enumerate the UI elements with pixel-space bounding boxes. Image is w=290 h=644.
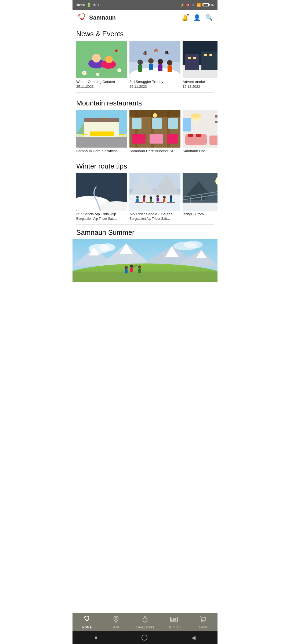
news-image-1: ✦ xyxy=(76,41,127,78)
news-label-3: Advent marke xyxy=(183,79,218,84)
svg-point-53 xyxy=(153,113,157,118)
restaurant-card-1[interactable]: Samnaun Dorf: alpskitche… xyxy=(76,110,127,153)
svg-rect-41 xyxy=(90,131,114,136)
svg-point-121 xyxy=(138,265,141,269)
winter-route-tips-title: Winter route tips xyxy=(73,162,218,173)
route-image-3 xyxy=(183,173,218,211)
svg-point-126 xyxy=(184,241,203,248)
svg-rect-87 xyxy=(135,202,143,203)
svg-text:🎩: 🎩 xyxy=(143,51,148,55)
more-icon: ··· xyxy=(101,3,104,7)
restaurant-card-2[interactable]: Samnaun Dorf: Bündner St… xyxy=(129,110,180,153)
svg-point-79 xyxy=(150,196,152,199)
samnaun-logo-icon xyxy=(77,13,87,23)
svg-rect-82 xyxy=(157,198,159,202)
svg-rect-31 xyxy=(188,57,191,59)
close-icon: ✕ xyxy=(192,3,195,7)
svg-rect-78 xyxy=(143,198,145,202)
mountain-restaurants-row: Samnaun Dorf: alpskitche… xyxy=(73,110,218,153)
svg-point-118 xyxy=(130,265,133,268)
route-label-3: Ischgl - From xyxy=(183,212,218,217)
svg-point-2 xyxy=(83,72,85,74)
news-card-2[interactable]: 🎩 🍂 🎩 3rd Smuggler Trophy 25.11.2023 xyxy=(129,41,180,89)
app-name: Samnaun xyxy=(89,14,116,21)
route-sub-1: Bergstation Alp Trider Satt… xyxy=(76,217,127,221)
bluetooth-icon: ⚡ xyxy=(180,3,184,7)
status-bar: 10:50 🔋 ⚠ ♪ ··· ⚡ 🔇 ✕ 📶 16 xyxy=(73,0,218,10)
samnaun-summer-image[interactable] xyxy=(73,239,218,282)
svg-rect-33 xyxy=(204,54,207,56)
svg-point-4 xyxy=(118,69,120,71)
svg-rect-88 xyxy=(146,202,154,203)
svg-rect-62 xyxy=(215,121,218,123)
svg-text:🍂: 🍂 xyxy=(154,48,158,53)
news-card-1[interactable]: ✦ Winter Opening Concert 25.11.2023 xyxy=(76,41,127,89)
svg-rect-84 xyxy=(163,199,165,202)
news-events-title: News & Events xyxy=(73,30,218,41)
restaurant-label-3: Samnaun Dor xyxy=(183,149,218,153)
header-icons: 🔔 👤 🔍 xyxy=(181,14,213,21)
svg-rect-32 xyxy=(193,57,196,59)
svg-rect-18 xyxy=(149,64,153,70)
svg-point-85 xyxy=(170,195,172,198)
svg-rect-50 xyxy=(132,118,142,129)
music-icon: ♪ xyxy=(97,3,99,7)
svg-rect-119 xyxy=(130,268,133,272)
svg-point-83 xyxy=(163,196,166,199)
svg-rect-42 xyxy=(76,137,127,148)
svg-rect-66 xyxy=(196,134,201,137)
svg-text:✦: ✦ xyxy=(114,48,118,54)
news-image-2: 🎩 🍂 🎩 xyxy=(129,41,180,78)
winter-route-tips-row: 357 Senda Alp Trida–Alp … Bergstation Al… xyxy=(73,173,218,221)
svg-point-17 xyxy=(148,58,154,64)
main-content: News & Events xyxy=(73,26,218,305)
notification-bell-icon[interactable]: 🔔 xyxy=(181,14,189,21)
svg-point-8 xyxy=(92,54,101,63)
svg-rect-86 xyxy=(170,198,172,202)
mountain-restaurants-title: Mountain restaurants xyxy=(73,99,218,110)
samnaun-summer-title: Samnaun Summer xyxy=(73,228,218,239)
warning-icon: ⚠ xyxy=(93,3,96,7)
winter-route-tips-section: Winter route tips 357 Senda Alp Trida–Al… xyxy=(73,158,218,222)
svg-point-15 xyxy=(137,60,143,65)
svg-rect-117 xyxy=(125,269,128,273)
svg-rect-104 xyxy=(183,203,218,211)
svg-rect-89 xyxy=(156,202,164,203)
route-label-2: Alp Trider Saddle – Salaas… xyxy=(129,212,180,217)
route-image-1 xyxy=(76,173,127,211)
svg-rect-76 xyxy=(136,199,139,202)
svg-point-19 xyxy=(158,59,163,64)
svg-rect-28 xyxy=(185,54,199,70)
svg-point-21 xyxy=(167,60,172,65)
svg-rect-22 xyxy=(168,65,172,72)
search-icon[interactable]: 🔍 xyxy=(205,14,213,21)
svg-text:🎩: 🎩 xyxy=(164,50,169,55)
volume-mute-icon: 🔇 xyxy=(186,3,190,7)
svg-rect-90 xyxy=(167,202,175,203)
svg-rect-65 xyxy=(188,134,193,137)
svg-rect-34 xyxy=(209,54,212,56)
news-label-2: 3rd Smuggler Trophy xyxy=(129,79,180,84)
profile-icon[interactable]: 👤 xyxy=(193,14,201,21)
news-events-section: News & Events xyxy=(73,26,218,90)
route-card-1[interactable]: 357 Senda Alp Trida–Alp … Bergstation Al… xyxy=(76,173,127,221)
restaurant-image-2 xyxy=(129,110,180,148)
svg-point-6 xyxy=(97,74,99,75)
svg-point-81 xyxy=(156,195,159,198)
svg-rect-122 xyxy=(138,269,141,273)
route-card-3[interactable]: Ischgl - From xyxy=(183,173,218,221)
restaurant-card-3[interactable]: Samnaun Dor xyxy=(183,110,218,153)
route-image-2 xyxy=(129,173,180,211)
route-card-2[interactable]: Alp Trider Saddle – Salaas… Bergstation … xyxy=(129,173,180,221)
svg-rect-57 xyxy=(167,134,178,144)
news-image-3: 🖐 xyxy=(183,41,218,78)
svg-rect-115 xyxy=(73,272,218,282)
battery-indicator xyxy=(202,3,209,6)
news-card-3[interactable]: 🖐 Advent marke 16.12.2023 xyxy=(183,41,218,89)
news-date-1: 25.11.2023 xyxy=(76,85,127,89)
battery-percent: 16 xyxy=(211,3,214,6)
svg-rect-64 xyxy=(209,136,218,145)
svg-rect-55 xyxy=(132,134,146,144)
mountain-restaurants-section: Mountain restaurants xyxy=(73,95,218,155)
svg-point-77 xyxy=(143,195,146,198)
